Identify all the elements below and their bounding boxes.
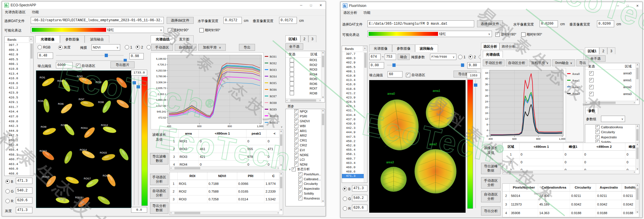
fuse-button[interactable]: 融合 [398, 54, 410, 60]
rotate-cw-checkbox[interactable]: 顺时针90° [521, 32, 542, 37]
tab-params[interactable]: 参数 [585, 107, 598, 114]
threshold-high-input[interactable] [467, 62, 481, 69]
checkbox-icon[interactable] [589, 92, 594, 96]
menu-pseudocolor-roi[interactable]: 光谱伪彩选区 [5, 10, 26, 15]
checklist-item[interactable]: NDRE [286, 152, 325, 157]
channel-b-radio[interactable]: B [343, 187, 351, 191]
channel-r-radio[interactable]: R [343, 206, 351, 211]
checklist-item[interactable]: CRI2 [286, 143, 325, 148]
analysis-table[interactable]: ROINDVIPRIC1ROI10.71880.00661.97742ROI20… [170, 172, 283, 215]
channel-b-value[interactable] [352, 185, 367, 191]
rotate-cw-checkbox[interactable]: 顺时针90° [199, 28, 220, 33]
checkbox-icon[interactable] [294, 138, 298, 142]
checklist-item[interactable]: ARI2 [286, 133, 325, 138]
checklist-item[interactable]: Solidity [286, 191, 325, 196]
band-item[interactable]: 402.9 [5, 52, 33, 57]
dat-file-path-input[interactable] [367, 20, 474, 27]
checkbox-icon[interactable] [294, 153, 298, 157]
scrollbar[interactable] [30, 42, 33, 176]
channel-g-radio[interactable]: G [343, 197, 351, 201]
v-scrollbar[interactable]: ∧∨ [321, 51, 325, 99]
region-row[interactable]: area1 [585, 77, 639, 84]
checkbox-icon[interactable] [589, 78, 594, 82]
band-item[interactable]: 468.6 [342, 170, 367, 174]
roi-legend[interactable]: ∨ROI1ROI2ROI3ROI4ROI5ROI6ROI7ROI8ROI9ROI… [265, 53, 283, 128]
legend-item[interactable]: ROI11 [265, 119, 283, 126]
threshold-low-input[interactable] [38, 53, 53, 59]
legend-item[interactable]: Area3 [567, 90, 583, 97]
area-legend[interactable]: Area0Area1Area2Area3 [567, 70, 583, 102]
h-scrollbar[interactable]: <> [503, 170, 636, 174]
legend-item[interactable]: Area1 [567, 77, 583, 84]
morphology-table[interactable]: PixelsNumberCalibrationAreaCircularityAs… [502, 183, 639, 217]
colorbar-min-value[interactable]: 0.0 [131, 207, 147, 213]
checklist-item[interactable]: Circularity [585, 130, 639, 135]
checklist-item[interactable]: Aspectratio [585, 135, 639, 140]
close-button[interactable]: ✕ [633, 2, 642, 9]
dat-file-path-input[interactable] [31, 17, 164, 24]
region-checklist[interactable]: 复选区域ROI1ROI2ROI3ROI4ROI5ROI6ROI7ROI8<>∧∨ [285, 51, 325, 102]
band-item[interactable]: 408.1 [342, 69, 367, 74]
checkbox-icon[interactable] [290, 91, 294, 95]
menu-functions[interactable]: 功能 [363, 10, 370, 15]
menu-functions[interactable]: 功能 [32, 10, 39, 15]
checkbox-icon[interactable] [290, 77, 294, 81]
region-row[interactable]: area0 [585, 70, 639, 77]
scroll-thumb[interactable] [30, 44, 33, 59]
minimize-button[interactable]: ─ [296, 2, 306, 9]
mask-select[interactable]: NDVI∨ [92, 44, 120, 51]
region-row[interactable]: ROI2 [286, 63, 325, 67]
table-row[interactable]: 10000 [503, 151, 639, 158]
table-row[interactable]: 1ROI10.71880.00661.9774 [170, 180, 283, 188]
band-item[interactable]: 402.9 [342, 61, 367, 65]
checkbox-icon[interactable] [294, 129, 298, 133]
table-row[interactable]: 20000 [503, 158, 639, 166]
v-scrollbar[interactable]: ∧∨ [635, 63, 639, 101]
band-item[interactable]: 439.6 [342, 122, 367, 126]
band-item[interactable]: 410.8 [5, 67, 33, 71]
expand-arrow-icon[interactable]: ∨ [289, 168, 292, 171]
band-item[interactable]: 437.0 [5, 114, 33, 119]
band-item[interactable]: 458.1 [342, 152, 367, 156]
band-item[interactable]: 423.9 [5, 90, 33, 95]
band-item[interactable]: 455.4 [342, 148, 367, 152]
checklist-item[interactable]: CalibrationArea [585, 125, 639, 130]
band-item[interactable]: 423.9 [342, 96, 367, 100]
checkbox-icon[interactable] [294, 114, 298, 118]
mask-count-1-radio[interactable]: 1 [458, 55, 466, 59]
checkbox-icon[interactable] [294, 124, 298, 128]
legend-item[interactable]: ROI10 [265, 113, 283, 119]
checklist-item[interactable]: ∨形态分析 [286, 167, 325, 172]
checkbox-icon[interactable] [298, 182, 302, 186]
checklist-item[interactable]: LCI [286, 157, 325, 162]
band-item[interactable]: 455.4 [5, 148, 33, 152]
column-header[interactable]: <490nm 1 [199, 130, 246, 137]
scroll-up-icon[interactable]: ∧ [363, 46, 367, 51]
band-item[interactable]: 447.5 [342, 135, 367, 139]
band-item[interactable]: 426.5 [342, 100, 367, 104]
vpixel-input[interactable] [597, 20, 614, 27]
channel-r-value[interactable] [16, 197, 32, 204]
checkbox-icon[interactable] [298, 196, 302, 200]
band-item[interactable]: 444.9 [342, 130, 367, 135]
band-item[interactable]: 458.1 [5, 152, 33, 157]
close-button[interactable]: ✕ [316, 2, 326, 9]
band-item[interactable]: 410.8 [342, 74, 367, 78]
band-item[interactable]: 418.6 [342, 87, 367, 91]
channel-b-value[interactable] [16, 178, 32, 184]
tab-spectral-image[interactable]: 光谱图像 [369, 44, 392, 52]
h-scrollbar[interactable]: <> [170, 211, 279, 215]
grayscale-radio[interactable]: 灰度 [58, 45, 71, 50]
sample-image[interactable]: ROI1ROI2ROI3ROI4ROI5ROI6ROI7ROI8ROI9ROI1… [36, 70, 132, 208]
band-item[interactable]: 444.9 [5, 129, 33, 133]
region-tab-3[interactable]: 3 [308, 35, 316, 42]
band-item[interactable]: 400.3 [5, 48, 33, 53]
checklist-item[interactable]: GNDVI [286, 119, 325, 124]
v-scrollbar[interactable]: ∧∨ [321, 109, 325, 203]
band-item[interactable]: 452.8 [5, 143, 33, 148]
checklist-item[interactable]: NDNI [286, 162, 325, 167]
checkbox-icon[interactable] [290, 63, 294, 67]
mask-count-2-radio[interactable]: 2 [468, 55, 476, 59]
legend-item[interactable]: ROI2 [265, 60, 283, 66]
band-item[interactable]: 429.1 [342, 104, 367, 108]
